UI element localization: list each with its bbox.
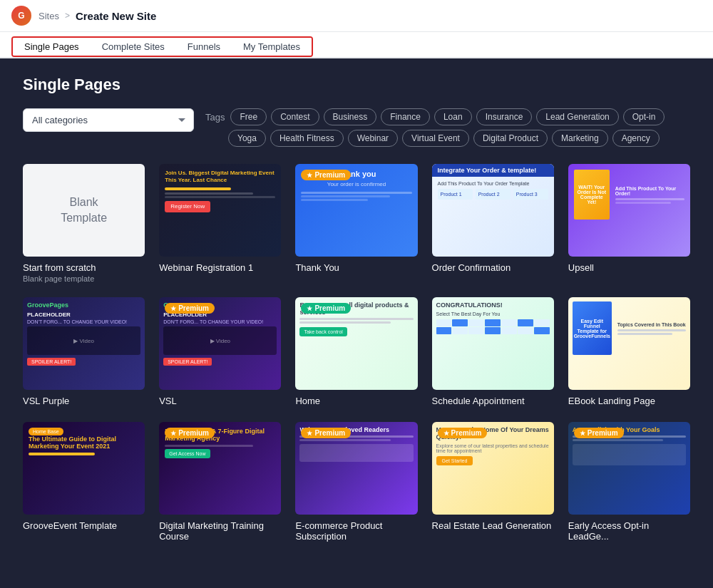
tag-lead-generation[interactable]: Lead Generation [536, 108, 618, 125]
card-thumbnail-ebook: Easy Edit Funnel Template for GrooveFunn… [568, 297, 690, 390]
top-bar: G Sites > Create New Site [0, 0, 713, 32]
upsell-thumb-content: WAIT! Your Order Is Not Complete Yet! Ad… [568, 164, 690, 225]
template-card-upsell[interactable]: WAIT! Your Order Is Not Complete Yet! Ad… [568, 164, 690, 283]
card-name-upsell: Upsell [568, 262, 690, 273]
tag-marketing[interactable]: Marketing [552, 130, 608, 147]
template-card-order[interactable]: Integrate Your Order & template! Add Thi… [432, 164, 554, 283]
premium-badge-home: Premium [301, 303, 351, 314]
premium-badge-vsl: Premium [165, 303, 215, 314]
page-title: Create New Site [76, 10, 156, 22]
card-name-webinar: Webinar Registration 1 [159, 262, 281, 273]
card-thumbnail-upsell: WAIT! Your Order Is Not Complete Yet! Ad… [568, 164, 690, 257]
template-card-grooveevent[interactable]: Home Base The Ultimate Guide to Digital … [23, 422, 145, 543]
card-thumbnail-digitalmarketing: Premium Learn To Scale A 7-Figure Digita… [159, 422, 281, 515]
card-thumbnail-order: Integrate Your Order & template! Add Thi… [432, 164, 554, 257]
order-products: Product 1 Product 2 Product 3 [438, 189, 548, 200]
template-card-thankyou[interactable]: Premium Thank you Your order is confirme… [295, 164, 417, 283]
tab-single-pages[interactable]: Single Pages [13, 38, 91, 56]
card-name-thankyou: Thank You [295, 262, 417, 273]
tab-bar: Single Pages Complete Sites Funnels My T… [0, 32, 713, 58]
card-thumbnail-vsl: Premium GroovePages PLACEHOLDER DON'T FO… [159, 297, 281, 390]
tab-complete-sites[interactable]: Complete Sites [91, 38, 176, 56]
card-name-blank: Start from scratch [23, 262, 145, 273]
tab-funnels[interactable]: Funnels [176, 38, 232, 56]
breadcrumb-sep: > [65, 11, 70, 21]
tag-health-fitness[interactable]: Health Fitness [270, 130, 344, 147]
schedule-thumb-content: CONGRATULATIONS! Select The Best Day For… [432, 297, 554, 339]
tags-label: Tags [205, 112, 225, 123]
template-grid: BlankTemplate Start from scratch Blank p… [23, 164, 690, 543]
card-name-vslpurple: VSL Purple [23, 396, 145, 406]
template-card-earlyaccess[interactable]: Premium Accomplish With Your Goals Early… [568, 422, 690, 543]
card-name-ecommerce: E-commerce Product Subscription [295, 520, 417, 542]
logo-icon: G [11, 6, 31, 26]
tag-insurance[interactable]: Insurance [476, 108, 533, 125]
card-thumbnail-vslpurple: GroovePages PLACEHOLDER DON'T FORG... TO… [23, 297, 145, 390]
tags-area: Tags Free Contest Business Finance Loan … [205, 108, 665, 147]
template-card-blank[interactable]: BlankTemplate Start from scratch Blank p… [23, 164, 145, 283]
section-title: Single Pages [23, 76, 690, 94]
card-name-realestate: Real Estate Lead Generation [432, 520, 554, 531]
card-name-home: Home [295, 396, 417, 406]
card-thumbnail-home: Premium Better way to sell digital produ… [295, 297, 417, 390]
upsell-book: WAIT! Your Order Is Not Complete Yet! [574, 170, 610, 220]
card-name-vsl: VSL [159, 396, 281, 406]
template-card-vsl[interactable]: Premium GroovePages PLACEHOLDER DON'T FO… [159, 297, 281, 408]
card-thumbnail-webinar: Join Us. Biggest Digital Marketing Event… [159, 164, 281, 257]
ebook-thumb-content: Easy Edit Funnel Template for GrooveFunn… [568, 297, 690, 359]
tag-loan[interactable]: Loan [434, 108, 472, 125]
category-select[interactable]: All categories Lead Generation E-commerc… [23, 108, 194, 132]
tag-optin[interactable]: Opt-in [623, 108, 665, 125]
template-card-ebook[interactable]: Easy Edit Funnel Template for GrooveFunn… [568, 297, 690, 408]
premium-badge-ea: Premium [574, 428, 624, 438]
tags-row-2: Yoga Health Fitness Webinar Virtual Even… [205, 130, 665, 147]
tag-contest[interactable]: Contest [271, 108, 319, 125]
tag-yoga[interactable]: Yoga [228, 130, 266, 147]
main-content: Single Pages All categories Lead Generat… [0, 58, 713, 588]
vslpurple-thumb-content: GroovePages PLACEHOLDER DON'T FORG... TO… [23, 297, 145, 370]
order-thumb-content: Integrate Your Order & template! Add Thi… [432, 164, 554, 205]
template-card-webinar[interactable]: Join Us. Biggest Digital Marketing Event… [159, 164, 281, 283]
card-thumbnail-thankyou: Premium Thank you Your order is confirme… [295, 164, 417, 257]
card-name-order: Order Confirmation [432, 262, 554, 273]
card-thumbnail-realestate: Premium Move Into The Home Of Your Dream… [432, 422, 554, 515]
template-card-digitalmarketing[interactable]: Premium Learn To Scale A 7-Figure Digita… [159, 422, 281, 543]
tag-virtual-event[interactable]: Virtual Event [402, 130, 469, 147]
tag-business[interactable]: Business [324, 108, 377, 125]
filter-bar: All categories Lead Generation E-commerc… [23, 108, 690, 147]
card-name-schedule: Schedule Appointment [432, 396, 554, 406]
card-thumbnail-blank: BlankTemplate [23, 164, 145, 257]
tag-webinar[interactable]: Webinar [348, 130, 398, 147]
premium-badge-dm: Premium [165, 428, 215, 438]
tab-bar-inner: Single Pages Complete Sites Funnels My T… [11, 36, 313, 57]
card-thumbnail-earlyaccess: Premium Accomplish With Your Goals [568, 422, 690, 515]
template-card-home[interactable]: Premium Better way to sell digital produ… [295, 297, 417, 408]
sites-link[interactable]: Sites [39, 11, 59, 21]
premium-badge-thankyou: Premium [301, 170, 351, 180]
premium-badge-ec: Premium [301, 428, 351, 438]
webinar-thumb-btn: Register Now [165, 201, 210, 212]
card-sub-blank: Blank page template [23, 274, 145, 283]
grooveevent-thumb-content: Home Base The Ultimate Guide to Digital … [23, 422, 145, 461]
template-card-realestate[interactable]: Premium Move Into The Home Of Your Dream… [432, 422, 554, 543]
card-thumbnail-grooveevent: Home Base The Ultimate Guide to Digital … [23, 422, 145, 515]
card-name-digitalmarketing: Digital Marketing Training Course [159, 520, 281, 542]
template-card-vslpurple[interactable]: GroovePages PLACEHOLDER DON'T FORG... TO… [23, 297, 145, 408]
tag-agency[interactable]: Agency [612, 130, 660, 147]
card-thumbnail-schedule: CONGRATULATIONS! Select The Best Day For… [432, 297, 554, 390]
tag-digital-product[interactable]: Digital Product [473, 130, 548, 147]
blank-thumb-text: BlankTemplate [61, 195, 107, 227]
tags-row-1: Free Contest Business Finance Loan Insur… [230, 108, 665, 125]
card-name-earlyaccess: Early Access Opt-in LeadGe... [568, 520, 690, 542]
premium-badge-re: Premium [438, 428, 488, 438]
tag-free[interactable]: Free [230, 108, 267, 125]
tab-my-templates[interactable]: My Templates [232, 38, 312, 56]
card-thumbnail-ecommerce: Premium Write To My Beloved Readers [295, 422, 417, 515]
order-thumb-header: Integrate Your Order & template! [432, 164, 554, 177]
webinar-thumb-title: Join Us. Biggest Digital Marketing Event… [165, 170, 275, 185]
tag-finance[interactable]: Finance [381, 108, 430, 125]
template-card-ecommerce[interactable]: Premium Write To My Beloved Readers E-co… [295, 422, 417, 543]
card-name-grooveevent: GrooveEvent Template [23, 520, 145, 531]
template-card-schedule[interactable]: CONGRATULATIONS! Select The Best Day For… [432, 297, 554, 408]
webinar-thumb-content: Join Us. Biggest Digital Marketing Event… [159, 164, 281, 218]
